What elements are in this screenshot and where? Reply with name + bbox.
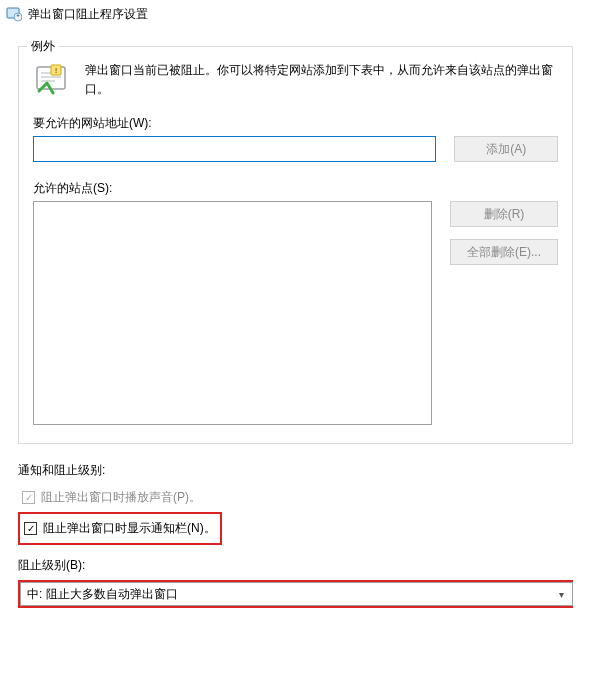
play-sound-label: 阻止弹出窗口时播放声音(P)。 bbox=[41, 489, 201, 506]
play-sound-checkbox-row[interactable]: ✓ 阻止弹出窗口时播放声音(P)。 bbox=[18, 487, 573, 508]
allow-address-label: 要允许的网站地址(W): bbox=[33, 115, 558, 132]
block-level-selected: 中: 阻止大多数自动弹出窗口 bbox=[27, 586, 178, 603]
popup-settings-icon bbox=[6, 6, 22, 22]
checkbox-icon: ✓ bbox=[22, 491, 35, 504]
block-level-highlight: 中: 阻止大多数自动弹出窗口 ▾ bbox=[18, 580, 573, 608]
checkbox-icon: ✓ bbox=[24, 522, 37, 535]
exceptions-group: 例外 ! 弹出窗口当前已被阻止。你可以将特定网站添加到下表中，从而允许来自该站点… bbox=[18, 46, 573, 444]
show-bar-label: 阻止弹出窗口时显示通知栏(N)。 bbox=[43, 520, 216, 537]
info-text: 弹出窗口当前已被阻止。你可以将特定网站添加到下表中，从而允许来自该站点的弹出窗口… bbox=[85, 61, 558, 99]
allowed-sites-label: 允许的站点(S): bbox=[33, 180, 558, 197]
notify-title: 通知和阻止级别: bbox=[18, 462, 573, 479]
window-title: 弹出窗口阻止程序设置 bbox=[28, 6, 148, 23]
info-icon: ! bbox=[33, 61, 73, 101]
remove-button[interactable]: 删除(R) bbox=[450, 201, 558, 227]
titlebar: 弹出窗口阻止程序设置 bbox=[0, 0, 591, 28]
allowed-sites-listbox[interactable] bbox=[33, 201, 432, 425]
allow-address-input[interactable] bbox=[33, 136, 436, 162]
add-button[interactable]: 添加(A) bbox=[454, 136, 558, 162]
block-level-combobox[interactable]: 中: 阻止大多数自动弹出窗口 ▾ bbox=[20, 582, 573, 606]
notify-section: 通知和阻止级别: ✓ 阻止弹出窗口时播放声音(P)。 ✓ 阻止弹出窗口时显示通知… bbox=[0, 462, 591, 608]
chevron-down-icon: ▾ bbox=[557, 589, 566, 600]
exceptions-legend: 例外 bbox=[27, 38, 59, 55]
show-bar-highlight: ✓ 阻止弹出窗口时显示通知栏(N)。 bbox=[18, 512, 222, 545]
svg-text:!: ! bbox=[55, 66, 58, 75]
remove-all-button[interactable]: 全部删除(E)... bbox=[450, 239, 558, 265]
block-level-label: 阻止级别(B): bbox=[18, 557, 573, 574]
show-bar-checkbox-row[interactable]: ✓ 阻止弹出窗口时显示通知栏(N)。 bbox=[20, 518, 220, 539]
